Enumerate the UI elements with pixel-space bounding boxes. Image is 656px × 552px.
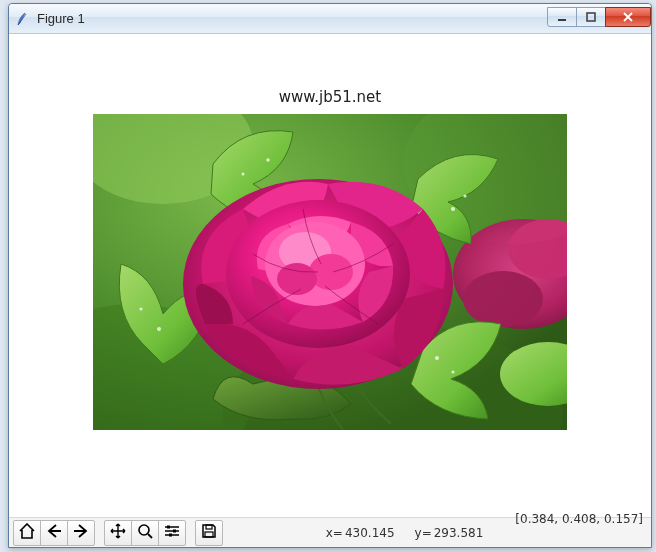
figure-client-area: www.jb51.net bbox=[9, 34, 651, 547]
status-x-label: x= bbox=[326, 526, 343, 540]
svg-point-17 bbox=[451, 207, 455, 211]
svg-point-25 bbox=[139, 525, 149, 535]
svg-point-20 bbox=[451, 370, 454, 373]
svg-point-19 bbox=[435, 356, 439, 360]
arrow-right-icon bbox=[73, 524, 89, 541]
forward-button[interactable] bbox=[67, 520, 95, 546]
tk-feather-icon bbox=[15, 11, 31, 27]
figure-window: Figure 1 www.jb51.net bbox=[8, 3, 652, 548]
svg-rect-26 bbox=[167, 526, 170, 529]
close-button[interactable] bbox=[605, 7, 651, 27]
status-rgb-value: [0.384, 0.408, 0.157] bbox=[515, 512, 643, 526]
window-title: Figure 1 bbox=[37, 11, 548, 26]
svg-rect-29 bbox=[206, 525, 212, 529]
subplots-button[interactable] bbox=[158, 520, 186, 546]
home-button[interactable] bbox=[13, 520, 41, 546]
arrow-left-icon bbox=[46, 524, 62, 541]
sliders-icon bbox=[164, 524, 180, 541]
figure-canvas[interactable]: www.jb51.net bbox=[9, 38, 651, 517]
status-readout: x=430.145y=293.581 [0.384, 0.408, 0.157] bbox=[288, 512, 643, 553]
save-icon bbox=[201, 523, 217, 542]
titlebar[interactable]: Figure 1 bbox=[9, 4, 651, 34]
axes-image bbox=[93, 114, 567, 430]
status-x-value: 430.145 bbox=[345, 526, 395, 540]
svg-point-9 bbox=[463, 271, 543, 327]
magnifier-icon bbox=[137, 523, 153, 542]
svg-rect-0 bbox=[558, 19, 566, 21]
svg-rect-1 bbox=[587, 13, 595, 21]
zoom-button[interactable] bbox=[131, 520, 159, 546]
status-y-label: y= bbox=[415, 526, 432, 540]
svg-point-21 bbox=[157, 327, 161, 331]
back-button[interactable] bbox=[40, 520, 68, 546]
window-buttons bbox=[548, 7, 651, 27]
nav-toolbar: x=430.145y=293.581 [0.384, 0.408, 0.157] bbox=[9, 517, 651, 547]
save-button[interactable] bbox=[195, 520, 223, 546]
home-icon bbox=[18, 523, 36, 542]
svg-point-24 bbox=[242, 173, 245, 176]
maximize-button[interactable] bbox=[576, 7, 606, 27]
svg-rect-27 bbox=[173, 530, 176, 533]
svg-point-23 bbox=[266, 158, 270, 162]
svg-rect-28 bbox=[169, 534, 172, 537]
status-y-value: 293.581 bbox=[434, 526, 484, 540]
svg-point-22 bbox=[139, 307, 142, 310]
svg-point-18 bbox=[463, 194, 466, 197]
pan-button[interactable] bbox=[104, 520, 132, 546]
move-icon bbox=[110, 523, 126, 542]
minimize-button[interactable] bbox=[547, 7, 577, 27]
plot-title: www.jb51.net bbox=[9, 88, 651, 106]
